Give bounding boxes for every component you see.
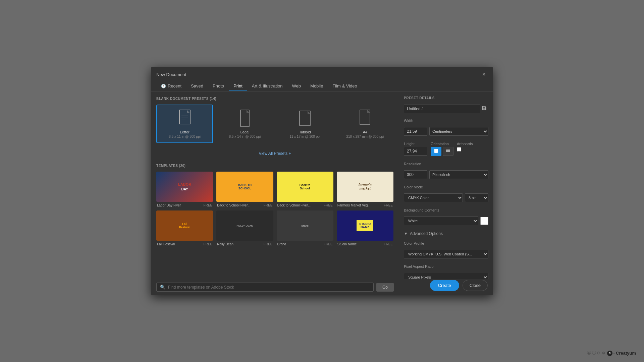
bit-depth-select[interactable]: 8 bit 16 bit 32 bit xyxy=(465,193,488,202)
width-input[interactable] xyxy=(404,127,427,136)
close-dialog-button[interactable]: Close xyxy=(463,280,488,291)
template-back-school-2[interactable]: Back to School Back to School Flyer... F… xyxy=(277,172,333,207)
templates-grid: LABOR DAY Labor Day Flyer FREE BACK TO xyxy=(156,172,393,246)
artboards-label: Artboards xyxy=(457,142,473,146)
preset-legal-name: Legal xyxy=(240,130,249,134)
portrait-button[interactable] xyxy=(431,147,441,156)
preset-a4[interactable]: A4 210 x 297 mm @ 300 ppi xyxy=(337,105,393,143)
tab-mobile[interactable]: Mobile xyxy=(306,81,328,91)
tab-art[interactable]: Art & Illustration xyxy=(247,81,287,91)
width-label: Width xyxy=(404,119,488,123)
color-mode-select[interactable]: CMYK Color RGB Color Grayscale xyxy=(404,193,463,202)
resolution-unit-select[interactable]: Pixels/Inch Pixels/Centimeter xyxy=(429,170,488,179)
svg-rect-8 xyxy=(446,149,450,152)
template-fall-festival-info: Fall Festival FREE xyxy=(156,242,213,246)
bg-color-swatch[interactable] xyxy=(480,217,488,225)
presets-grid: Letter 8.5 x 11 in @ 300 ppi Legal 8.5 x… xyxy=(156,105,393,143)
template-labor-day[interactable]: LABOR DAY Labor Day Flyer FREE xyxy=(156,172,213,207)
preset-legal-sub: 8.5 x 14 in @ 300 ppi xyxy=(229,135,261,138)
template-brand-info: Brand FREE xyxy=(277,242,333,246)
dialog-close-button[interactable]: × xyxy=(480,70,488,79)
left-panel: BLANK DOCUMENT PRESETS (14) xyxy=(151,92,399,279)
tabs-bar: 🕐 Recent Saved Photo Print Art & Illustr… xyxy=(151,79,493,92)
resolution-input[interactable] xyxy=(404,170,427,179)
preset-details-title: PRESET DETAILS xyxy=(404,96,488,100)
preset-a4-icon xyxy=(358,109,372,127)
orientation-label: Orientation xyxy=(431,142,453,146)
dialog-body: BLANK DOCUMENT PRESETS (14) xyxy=(151,92,493,279)
height-input[interactable] xyxy=(404,147,427,156)
color-mode-label: Color Mode xyxy=(404,185,488,189)
bottom-actions: Create Close xyxy=(430,280,488,291)
template-back-school-1-thumb: BACK TO SCHOOL xyxy=(216,172,273,202)
pixel-aspect-select[interactable]: Square Pixels D1/DV NTSC D1/DV PAL xyxy=(404,273,488,279)
pixel-aspect-label: Pixel Aspect Ratio xyxy=(404,264,488,268)
template-farmers-market-thumb: farmer's market xyxy=(337,172,393,202)
template-farmers-market-info: Farmers Market Veg... FREE xyxy=(337,203,393,207)
template-studio-info: Studio Name FREE xyxy=(337,242,393,246)
color-profile-select[interactable]: Working CMYK: U.S. Web Coated (S... sRGB… xyxy=(404,250,488,258)
resolution-label: Resolution xyxy=(404,162,488,166)
unit-select[interactable]: Centimeters Inches Pixels Millimeters xyxy=(429,127,488,136)
preset-a4-sub: 210 x 297 mm @ 300 ppi xyxy=(346,135,384,138)
search-input-wrap: 🔍 xyxy=(156,283,374,292)
template-brand[interactable]: Brand Brand FREE xyxy=(277,210,333,246)
brand-icon: C xyxy=(607,351,612,356)
search-input[interactable] xyxy=(168,285,370,290)
preset-tabloid-icon xyxy=(298,109,312,127)
search-icon: 🔍 xyxy=(160,285,165,290)
template-studio[interactable]: STUDIO NAME Studio Name FREE xyxy=(337,210,393,246)
template-fall-festival-thumb: Fall Festival xyxy=(156,210,213,241)
tab-print[interactable]: Print xyxy=(229,81,247,91)
bg-contents-label: Background Contents xyxy=(404,208,488,212)
template-farmers-market[interactable]: farmer's market Farmers Market Veg... FR… xyxy=(337,172,393,207)
template-back-school-2-thumb: Back to School xyxy=(277,172,333,202)
template-back-school-1[interactable]: BACK TO SCHOOL Back to School Flyer... F… xyxy=(216,172,273,207)
template-labor-day-info: Labor Day Flyer FREE xyxy=(156,203,213,207)
template-nelly-dean-info: Nelly Dean FREE xyxy=(216,242,273,246)
template-nelly-dean[interactable]: NELLY DEAN Nelly Dean FREE xyxy=(216,210,273,246)
preset-tabloid[interactable]: Tabloid 11 x 17 in @ 300 ppi xyxy=(277,105,333,143)
preset-legal[interactable]: Legal 8.5 x 14 in @ 300 ppi xyxy=(216,105,273,143)
tab-saved[interactable]: Saved xyxy=(186,81,208,91)
search-go-button[interactable]: Go xyxy=(376,283,394,292)
landscape-button[interactable] xyxy=(443,147,453,156)
color-mode-row: CMYK Color RGB Color Grayscale 8 bit 16 … xyxy=(404,193,488,202)
chevron-down-icon: ▼ xyxy=(404,231,408,236)
view-all-presets-button[interactable]: View All Presets + xyxy=(156,148,393,159)
tab-web[interactable]: Web xyxy=(287,81,306,91)
preset-tabloid-name: Tabloid xyxy=(299,130,311,134)
template-brand-thumb: Brand xyxy=(277,210,333,241)
bg-contents-row: White Black Transparent Background Color… xyxy=(404,217,488,225)
recent-icon: 🕐 xyxy=(161,84,166,88)
doc-name-input[interactable] xyxy=(404,105,480,113)
color-profile-row: Working CMYK: U.S. Web Coated (S... sRGB… xyxy=(404,250,488,258)
preset-tabloid-sub: 11 x 17 in @ 300 ppi xyxy=(289,135,320,138)
preset-letter-sub: 8.5 x 11 in @ 300 ppi xyxy=(169,135,201,138)
preset-letter-name: Letter xyxy=(180,130,190,134)
template-back-school-2-info: Back to School Flyer... FREE xyxy=(277,203,333,207)
tab-film[interactable]: Film & Video xyxy=(328,81,362,91)
doc-name-row xyxy=(404,105,488,113)
advanced-options-toggle[interactable]: ▼ Advanced Options xyxy=(404,231,488,236)
bg-contents-select[interactable]: White Black Transparent Background Color… xyxy=(404,217,478,225)
save-preset-button[interactable] xyxy=(480,106,488,112)
watermark: Ⓒ ⓘ ⊖ ⊜ C · Creatyum xyxy=(587,350,636,356)
dialog-header: New Document × xyxy=(151,67,493,79)
preset-a4-name: A4 xyxy=(363,130,367,134)
template-fall-festival[interactable]: Fall Festival Fall Festival FREE xyxy=(156,210,213,246)
dialog-title: New Document xyxy=(156,72,186,77)
svg-rect-7 xyxy=(434,149,438,153)
template-labor-day-thumb: LABOR DAY xyxy=(156,172,213,202)
template-back-school-1-info: Back to School Flyer... FREE xyxy=(216,203,273,207)
templates-section-title: TEMPLATES (20) xyxy=(156,164,393,168)
preset-legal-icon xyxy=(237,109,252,127)
right-panel: PRESET DETAILS Width Centimeters Inches … xyxy=(399,92,493,279)
cc-icons: Ⓒ ⓘ ⊖ ⊜ xyxy=(587,350,605,356)
preset-letter[interactable]: Letter 8.5 x 11 in @ 300 ppi xyxy=(156,105,213,143)
width-row: Centimeters Inches Pixels Millimeters xyxy=(404,127,488,136)
tab-photo[interactable]: Photo xyxy=(208,81,229,91)
artboards-checkbox[interactable] xyxy=(457,147,461,152)
tab-recent[interactable]: 🕐 Recent xyxy=(156,81,186,91)
create-button[interactable]: Create xyxy=(430,280,459,291)
